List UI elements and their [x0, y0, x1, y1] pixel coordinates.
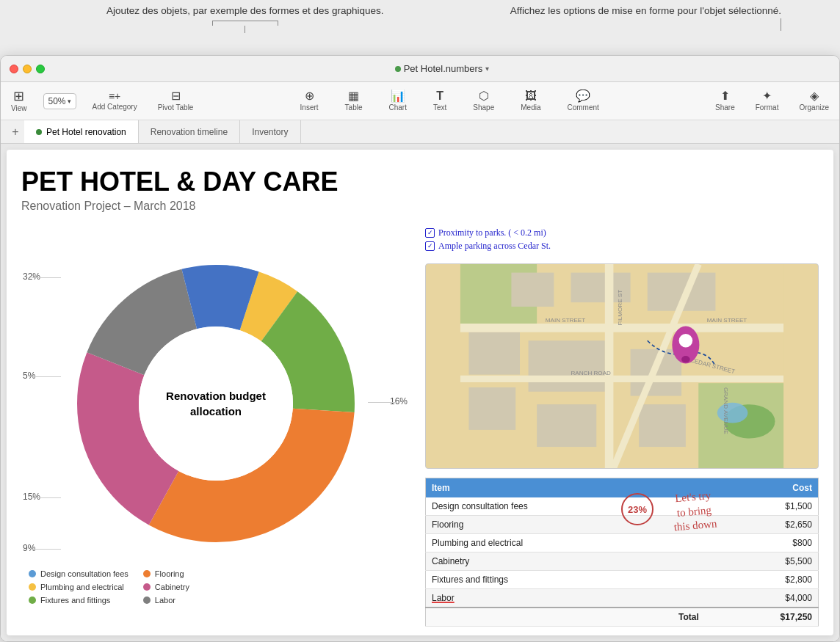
table-cell-item: Plumbing and electrical — [426, 533, 705, 552]
table-cell-item: Cabinetry — [426, 552, 705, 570]
add-category-icon: ≡+ — [109, 91, 120, 101]
content-area: PET HOTEL & DAY CARE Renovation Project … — [1, 144, 839, 641]
document-subtitle: Renovation Project – March 2018 — [21, 200, 819, 213]
text-icon: T — [436, 90, 443, 102]
zoom-control[interactable]: 50% ▾ — [43, 93, 76, 109]
organize-icon: ◈ — [810, 90, 819, 102]
table-button[interactable]: ▦ Table — [341, 87, 367, 114]
table-cell-cost: $800 — [705, 533, 819, 552]
media-button[interactable]: 🖼 Media — [516, 87, 545, 114]
file-dot-icon — [395, 66, 401, 72]
view-icon: ⊞ — [13, 90, 24, 103]
chart-icon: 📊 — [391, 90, 405, 102]
traffic-lights — [10, 65, 45, 73]
format-button[interactable]: ✦ Format — [751, 87, 783, 114]
add-category-button[interactable]: ≡+ Add Category — [88, 88, 142, 114]
tick-line-16 — [368, 402, 397, 403]
map-pre-annotations: ✓ Proximity to parks. ( < 0.2 mi) ✓ Ampl… — [425, 227, 819, 252]
legend-plumbing: Plumbing and electrical — [29, 583, 128, 591]
table-header-item: Item — [426, 478, 705, 497]
close-button[interactable] — [10, 65, 18, 73]
table-row: Cabinetry$5,500 — [426, 552, 819, 570]
donut-center-label: Renovation budgetallocation — [166, 388, 266, 419]
left-annotation: Ajoutez des objets, par exemple des form… — [106, 4, 383, 33]
text-button[interactable]: T Text — [429, 87, 451, 114]
fullscreen-button[interactable] — [36, 65, 45, 73]
legend-cabinetry: Cabinetry — [143, 583, 189, 591]
insert-icon: ⊕ — [305, 90, 314, 102]
map-area[interactable]: FILMORE ST MAIN STREET MAIN STREET RANCH… — [425, 263, 819, 469]
legend-dot-cabinetry — [143, 583, 151, 591]
table-cell-cost: $5,500 — [705, 552, 819, 570]
toolbar: ⊞ View 50% ▾ ≡+ Add Category ⊟ Pivot Tab… — [1, 82, 839, 120]
map-svg: FILMORE ST MAIN STREET MAIN STREET RANCH… — [426, 264, 818, 468]
tick-line-5 — [32, 376, 61, 377]
tick-line-15 — [32, 497, 61, 498]
legend-dot-labor — [143, 597, 151, 604]
share-icon: ⬆ — [720, 90, 730, 102]
svg-text:FILMORE ST: FILMORE ST — [617, 289, 623, 325]
table-row: Plumbing and electrical$800 — [426, 533, 819, 552]
chart-button[interactable]: 📊 Chart — [385, 87, 411, 114]
pct-15: 15% — [23, 492, 40, 502]
media-icon: 🖼 — [525, 90, 537, 102]
pivot-table-button[interactable]: ⊟ Pivot Table — [153, 87, 198, 114]
share-button[interactable]: ⬆ Share — [711, 87, 739, 114]
pct-16: 16% — [390, 396, 408, 406]
annotation-parking: ✓ Ample parking across Cedar St. — [425, 241, 819, 252]
pct-32: 32% — [23, 271, 40, 282]
legend-col-1: Design consultation fees Plumbing and el… — [29, 569, 128, 605]
handwritten-note: Let's tryto bringthis down — [671, 488, 718, 534]
legend-fixtures: Fixtures and fittings — [29, 596, 128, 605]
shape-icon: ⬡ — [479, 90, 489, 102]
titlebar: Pet Hotel.numbers ▾ — [1, 56, 839, 82]
legend-design-fees: Design consultation fees — [29, 569, 128, 578]
budget-table: Item Cost Design consultation fees$1,500… — [425, 478, 819, 627]
title-chevron-icon: ▾ — [485, 65, 489, 73]
zoom-chevron-icon: ▾ — [68, 98, 71, 105]
legend-dot-plumbing — [29, 583, 36, 591]
donut-chart[interactable]: Renovation budgetallocation — [62, 249, 370, 558]
table-cell-item: Flooring — [426, 515, 705, 533]
table-row: Flooring$2,650 — [426, 515, 819, 533]
right-annotation: Affichez les options de mise en forme po… — [510, 4, 781, 31]
svg-text:GRAND AVENUE: GRAND AVENUE — [723, 387, 729, 434]
svg-text:RANCH ROAD: RANCH ROAD — [571, 369, 612, 376]
table-total-value: $17,250 — [705, 608, 819, 627]
view-button[interactable]: ⊞ View — [7, 87, 32, 115]
chart-left-area: 32% 5% 15% 9% 16% — [21, 227, 410, 635]
tab-renovation-timeline[interactable]: Renovation timeline — [139, 120, 240, 143]
toolbar-center: ⊕ Insert ▦ Table 📊 Chart T Text ⬡ Shape … — [198, 87, 701, 114]
add-tab-button[interactable]: + — [7, 120, 24, 143]
svg-rect-18 — [529, 340, 605, 392]
legend-col-2: Flooring Cabinetry Labor — [143, 569, 189, 605]
tab-pet-hotel-renovation[interactable]: Pet Hotel renovation — [24, 120, 139, 143]
circle-23-annotation: 23% — [621, 493, 653, 525]
table-cell-item: Design consultation fees — [426, 497, 705, 516]
parks-annotation-text: Proximity to parks. ( < 0.2 mi) — [438, 227, 546, 238]
svg-text:MAIN STREET: MAIN STREET — [707, 316, 747, 323]
table-total-label: Total — [426, 608, 705, 627]
chart-legend: Design consultation fees Plumbing and el… — [21, 569, 410, 605]
chart-right-area: ✓ Proximity to parks. ( < 0.2 mi) ✓ Ampl… — [425, 227, 819, 635]
tick-line-32 — [32, 277, 61, 278]
shape-button[interactable]: ⬡ Shape — [468, 87, 499, 114]
sheet: PET HOTEL & DAY CARE Renovation Project … — [7, 150, 833, 635]
legend-dot-flooring — [143, 570, 151, 577]
comment-button[interactable]: 💬 Comment — [562, 87, 603, 114]
organize-button[interactable]: ◈ Organize — [794, 87, 833, 114]
tab-dot-icon — [36, 129, 42, 135]
legend-dot-fixtures — [29, 597, 36, 604]
svg-point-12 — [717, 402, 748, 423]
window-title: Pet Hotel.numbers ▾ — [54, 63, 830, 74]
svg-rect-16 — [469, 332, 521, 374]
tab-inventory[interactable]: Inventory — [240, 120, 300, 143]
tick-line-9 — [32, 549, 61, 550]
table-header-cost: Cost — [705, 478, 819, 497]
legend-flooring: Flooring — [143, 569, 189, 578]
minimize-button[interactable] — [23, 65, 32, 73]
pct-9: 9% — [23, 543, 35, 553]
table-cell-item: Labor — [426, 588, 705, 608]
svg-text:MAIN STREET: MAIN STREET — [546, 316, 585, 323]
insert-button[interactable]: ⊕ Insert — [296, 87, 323, 114]
